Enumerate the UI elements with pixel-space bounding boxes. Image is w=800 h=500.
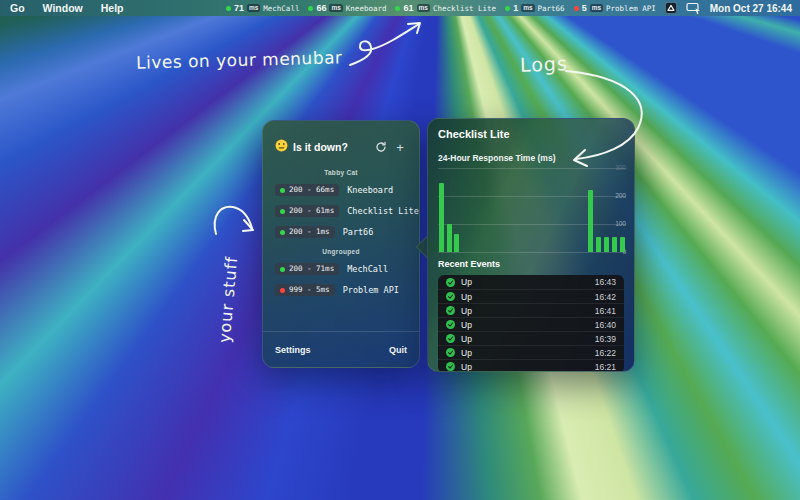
service-name: MechCall (347, 264, 388, 274)
event-row[interactable]: Up16:40 (438, 317, 624, 331)
chart-bar (620, 237, 625, 252)
your-stuff-arrow (215, 207, 252, 234)
menubar-status-item[interactable]: 5msProblem API (574, 3, 656, 13)
status-unit-badge: ms (590, 4, 603, 13)
service-row[interactable]: 200 - 1msPart66 (263, 225, 419, 239)
chart-bar (588, 190, 593, 252)
status-dot (280, 209, 285, 214)
chart-bar (604, 237, 609, 252)
chart-title: 24-Hour Response Time (ms) (438, 153, 624, 163)
refresh-icon[interactable] (374, 140, 388, 154)
service-row[interactable]: 200 - 66msKneeboard (263, 183, 419, 197)
check-circle-icon (446, 334, 455, 343)
status-value: 1 (513, 3, 518, 13)
menubar-status-item[interactable]: 66msKneeboard (308, 3, 386, 13)
check-circle-icon (446, 362, 455, 371)
checklist-lite-detail-window: Checklist Lite 24-Hour Response Time (ms… (427, 118, 635, 372)
event-row[interactable]: Up16:39 (438, 331, 624, 345)
pill-text: 200 - 61ms (289, 207, 334, 215)
status-dot (574, 6, 579, 11)
status-dot (280, 267, 285, 272)
check-circle-icon (446, 320, 455, 329)
detail-title: Checklist Lite (438, 128, 624, 140)
menubar-status-item[interactable]: 71msMechCall (226, 3, 300, 13)
status-dot (395, 6, 400, 11)
event-time: 16:40 (595, 320, 616, 330)
event-time: 16:22 (595, 348, 616, 358)
menubar-annotation: Lives on your menubar (136, 47, 343, 72)
event-status-label: Up (461, 348, 472, 358)
group-title: Ungrouped (263, 248, 419, 255)
status-service-name: Part66 (538, 4, 565, 13)
event-time: 16:21 (595, 362, 616, 372)
event-time: 16:43 (595, 277, 616, 287)
status-unit-badge: ms (417, 4, 430, 13)
status-service-name: Problem API (606, 4, 656, 13)
service-status-pill: 200 - 1ms (275, 226, 335, 239)
status-service-name: Checklist Lite (433, 4, 496, 13)
menubar-status-item[interactable]: 1msPart66 (505, 3, 565, 13)
settings-button[interactable]: Settings (275, 345, 311, 355)
check-circle-icon (446, 278, 455, 287)
chart-gridline (438, 196, 626, 197)
status-dot (280, 288, 285, 293)
chart-bar (439, 183, 444, 252)
screen-mirroring-icon[interactable] (686, 2, 701, 14)
status-dot (280, 188, 285, 193)
service-row[interactable]: 200 - 71msMechCall (263, 262, 419, 276)
check-circle-icon (446, 348, 455, 357)
menubar-menu-window[interactable]: Window (43, 2, 83, 14)
menubar-menu-help[interactable]: Help (101, 2, 124, 14)
status-value: 61 (403, 3, 413, 13)
popover-title: Is it down? (293, 141, 348, 153)
service-status-pill: 999 - 5ms (275, 284, 335, 297)
service-name: Checklist Lite (347, 206, 419, 216)
event-status-label: Up (461, 292, 472, 302)
add-monitor-icon[interactable]: + (393, 140, 407, 154)
menubar-menu-go[interactable]: Go (10, 2, 25, 14)
status-unit-badge: ms (521, 4, 534, 13)
service-status-pill: 200 - 61ms (275, 205, 339, 218)
chart-bar (596, 237, 601, 252)
check-circle-icon (446, 306, 455, 315)
service-name: Kneeboard (347, 185, 393, 195)
status-value: 5 (582, 3, 587, 13)
quit-button[interactable]: Quit (389, 345, 407, 355)
menubar-status-item[interactable]: 61msChecklist Lite (395, 3, 496, 13)
pill-text: 200 - 71ms (289, 265, 334, 273)
event-time: 16:42 (595, 292, 616, 302)
event-status-label: Up (461, 320, 472, 330)
events-list: Up16:43Up16:42Up16:41Up16:40Up16:39Up16:… (438, 275, 624, 372)
service-status-pill: 200 - 71ms (275, 263, 339, 276)
event-row[interactable]: Up16:42 (438, 289, 624, 303)
service-name: Part66 (343, 227, 374, 237)
event-time: 16:39 (595, 334, 616, 344)
chart-gridline (438, 168, 626, 169)
status-dot (226, 6, 231, 11)
event-row[interactable]: Up16:21 (438, 359, 624, 372)
chart-bar (447, 224, 452, 252)
status-unit-badge: ms (247, 4, 260, 13)
service-status-pill: 200 - 66ms (275, 184, 339, 197)
status-dot (308, 6, 313, 11)
service-row[interactable]: 999 - 5msProblem API (263, 283, 419, 297)
chart-bar (612, 237, 617, 252)
status-unit-badge: ms (329, 4, 342, 13)
record-icon[interactable] (665, 2, 677, 14)
menubar: GoWindowHelp 71msMechCall66msKneeboard61… (0, 0, 800, 16)
event-row[interactable]: Up16:43 (438, 275, 624, 289)
neutral-face-emoji (275, 138, 288, 156)
menubar-arrow (350, 24, 419, 65)
chart-bar (454, 234, 459, 252)
event-row[interactable]: Up16:22 (438, 345, 624, 359)
service-name: Problem API (343, 285, 399, 295)
menubar-clock[interactable]: Mon Oct 27 16:44 (710, 3, 792, 14)
event-row[interactable]: Up16:41 (438, 303, 624, 317)
response-time-chart: 0100200300 (438, 167, 626, 253)
event-status-label: Up (461, 362, 472, 372)
event-status-label: Up (461, 277, 472, 287)
recent-events-title: Recent Events (438, 259, 624, 269)
status-service-name: Kneeboard (346, 4, 387, 13)
service-row[interactable]: 200 - 61msChecklist Lite (263, 204, 419, 218)
event-time: 16:41 (595, 306, 616, 316)
